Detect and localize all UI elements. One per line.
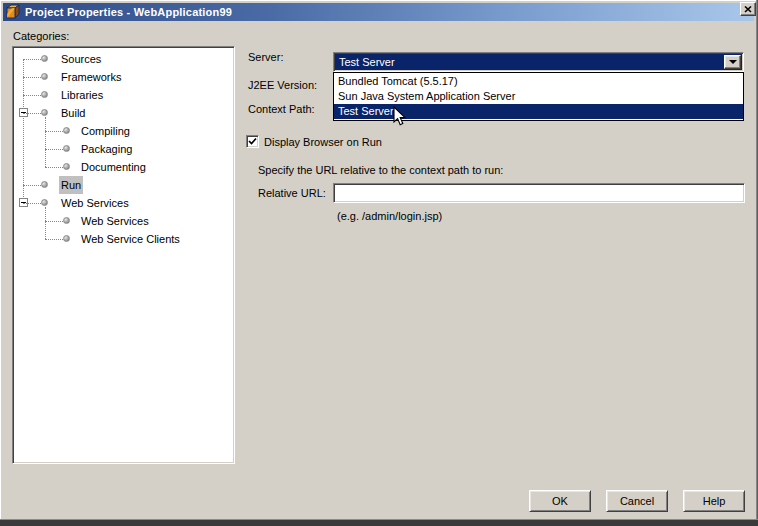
- tree-connector-stub: [23, 77, 41, 78]
- tree-node-icon: [63, 127, 70, 134]
- tree-item-label: Compiling: [79, 122, 132, 140]
- tree-connector-stub: [23, 203, 41, 204]
- tree-item-label: Documenting: [79, 158, 148, 176]
- server-combobox[interactable]: Test Server: [333, 52, 744, 72]
- checkmark-icon: [248, 137, 257, 146]
- window-title: Project Properties - WebApplication99: [25, 6, 232, 18]
- tree-item-build[interactable]: Build: [15, 104, 232, 122]
- tree-node-icon: [63, 163, 70, 170]
- tree-item-compiling[interactable]: Compiling: [15, 122, 232, 140]
- tree-item-web-services[interactable]: Web Services: [15, 212, 232, 230]
- tree-node-icon: [41, 199, 48, 206]
- url-example-text: (e.g. /admin/login.jsp): [337, 210, 442, 222]
- url-instruction-text: Specify the URL relative to the context …: [258, 164, 503, 176]
- tree-node-icon: [41, 73, 48, 80]
- tree-item-sources[interactable]: Sources: [15, 50, 232, 68]
- help-button[interactable]: Help: [683, 490, 745, 512]
- j2ee-version-label: J2EE Version:: [248, 79, 317, 91]
- relative-url-input[interactable]: [333, 183, 745, 203]
- ok-button[interactable]: OK: [529, 490, 591, 512]
- dropdown-option-0[interactable]: Bundled Tomcat (5.5.17): [334, 74, 743, 89]
- tree-node-icon: [63, 145, 70, 152]
- categories-tree[interactable]: SourcesFrameworksLibrariesBuildCompiling…: [12, 46, 235, 464]
- tree-item-label: Build: [59, 104, 87, 122]
- tree-connector-stub: [45, 131, 63, 132]
- tree-connector-stub: [23, 113, 41, 114]
- dropdown-option-1[interactable]: Sun Java System Application Server: [334, 89, 743, 104]
- chevron-down-icon: [729, 60, 737, 64]
- server-dropdown-list: Bundled Tomcat (5.5.17)Sun Java System A…: [333, 72, 744, 121]
- project-cube-icon: [5, 4, 21, 20]
- tree-item-run[interactable]: Run: [15, 176, 232, 194]
- window-bottom-edge: [0, 519, 758, 526]
- tree-node-icon: [41, 91, 48, 98]
- tree-item-packaging[interactable]: Packaging: [15, 140, 232, 158]
- tree-connector-stub: [45, 149, 63, 150]
- project-properties-dialog: Project Properties - WebApplication99 Ca…: [0, 0, 758, 526]
- title-bar[interactable]: Project Properties - WebApplication99: [3, 3, 754, 21]
- tree-item-documenting[interactable]: Documenting: [15, 158, 232, 176]
- tree-item-label: Web Services: [79, 212, 151, 230]
- server-combobox-arrow-button[interactable]: [724, 55, 741, 69]
- close-icon: [744, 6, 752, 13]
- close-button[interactable]: [740, 2, 756, 16]
- tree-item-label: Sources: [59, 50, 103, 68]
- tree-item-libraries[interactable]: Libraries: [15, 86, 232, 104]
- tree-item-label: Web Services: [59, 194, 131, 212]
- tree-connector-stub: [45, 167, 63, 168]
- dropdown-option-2[interactable]: Test Server: [334, 104, 743, 119]
- tree-item-label: Libraries: [59, 86, 105, 104]
- tree-node-icon: [63, 235, 70, 242]
- tree-item-label: Packaging: [79, 140, 134, 158]
- tree-connector-stub: [23, 95, 41, 96]
- tree-connector-stub: [23, 185, 41, 186]
- context-path-label: Context Path:: [248, 103, 315, 115]
- tree-node-icon: [63, 217, 70, 224]
- categories-label: Categories:: [13, 30, 69, 42]
- display-browser-label: Display Browser on Run: [264, 136, 382, 148]
- tree-item-label: Frameworks: [59, 68, 124, 86]
- tree-node-icon: [41, 109, 48, 116]
- cancel-button[interactable]: Cancel: [606, 490, 668, 512]
- tree-item-web-service-clients[interactable]: Web Service Clients: [15, 230, 232, 248]
- relative-url-label: Relative URL:: [258, 187, 326, 199]
- tree-node-icon: [41, 55, 48, 62]
- tree-connector-stub: [23, 59, 41, 60]
- tree-item-frameworks[interactable]: Frameworks: [15, 68, 232, 86]
- server-label: Server:: [248, 51, 283, 63]
- tree-node-icon: [41, 181, 48, 188]
- tree-connector-stub: [45, 221, 63, 222]
- server-combobox-value: Test Server: [336, 55, 724, 69]
- tree-item-label: Web Service Clients: [79, 230, 182, 248]
- tree-item-web-services[interactable]: Web Services: [15, 194, 232, 212]
- tree-item-label: Run: [59, 176, 83, 194]
- display-browser-checkbox[interactable]: [246, 135, 259, 148]
- tree-connector-stub: [45, 239, 63, 240]
